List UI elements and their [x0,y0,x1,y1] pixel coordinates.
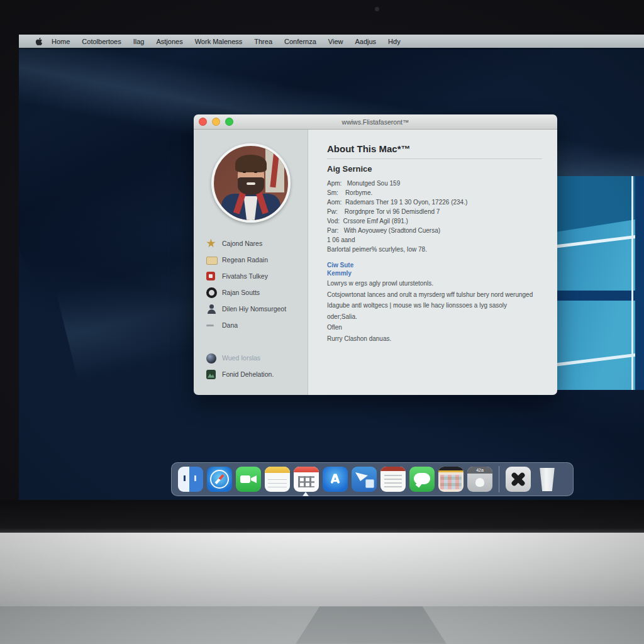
menu-item-home[interactable]: Home [52,38,70,45]
paragraph-line: oder;Salia. [327,312,542,322]
paragraph-line: Lowrys w ergs agly prowl uturstetonls. [327,279,542,289]
window-title: wwiws.Flistafaseront™ [194,118,557,126]
menu-item-file[interactable]: Ilag [133,38,145,45]
avatar-hair [235,155,267,172]
spec-line: Sm: Rorbyme. [327,188,542,197]
safari-icon[interactable] [207,467,232,492]
envelope-icon [206,257,218,265]
facetime-icon[interactable] [236,467,261,492]
menu-item-view[interactable]: View [328,38,343,45]
menu-item-app[interactable]: Cotolbertoes [82,38,121,45]
imac-bottom-bezel [0,500,644,533]
x-app-icon[interactable] [506,467,531,492]
menu-item-aadjus[interactable]: Aadjus [355,38,376,45]
dock-divider [499,466,499,492]
star-icon [206,239,216,248]
link-ciw-sute[interactable]: Ciw Sute [327,261,542,269]
photo-of-imac: Home Cotolbertoes Ilag Astjones Work Mal… [0,0,644,644]
pane-cross-bar [548,291,644,301]
sidebar-item-dilen-hiy[interactable]: Dilen Hiy Nomsurgeot [206,301,308,317]
menu-bar: Home Cotolbertoes Ilag Astjones Work Mal… [19,35,644,48]
avatar-beard [238,177,264,195]
dock: 42a [171,462,574,496]
user-avatar [211,143,291,223]
about-this-mac-window: wwiws.Flistafaseront™ [194,114,557,395]
paragraph-line: Idagube antl woltgecs | mouse ws lle hac… [327,301,542,311]
app-store-glyph [334,474,340,484]
sidebar-gap [206,333,308,350]
menu-item-threa[interactable]: Threa [254,38,272,45]
paragraph-line: Oflen [327,323,542,333]
finder-icon[interactable] [178,467,203,492]
minus-icon [206,325,214,326]
spec-line: Par: With Aoyouwey (Sradtond Cuersa) [327,226,542,235]
sidebar-item-dana[interactable]: Dana [206,317,308,333]
imac-left-bezel [0,35,19,500]
links-block: Ciw Sute Kemmly [327,261,542,277]
windows-logo-pane [548,176,644,390]
apple-menu[interactable] [35,37,43,46]
pane-edge-line [631,176,633,390]
menu-item-edit[interactable]: Astjones [156,38,182,45]
photo-booth-icon[interactable]: 42a [467,467,492,492]
section-subtitle: Aig Sernice [327,164,542,174]
imac-chin [0,533,644,606]
spec-line: Apm: Monutged Sou 159 [327,179,542,188]
calendar-icon[interactable] [294,467,319,492]
divider [327,158,542,159]
imac-top-bezel [0,0,644,35]
imac-screen: Home Cotolbertoes Ilag Astjones Work Mal… [19,35,644,500]
sidebar-item-label: Rajan Soutts [222,289,260,296]
app-store-glyph [331,480,339,482]
document-icon[interactable] [380,467,406,492]
spec-line: Pw: Rorgdnpre Tor vi 96 Demisdlend 7 [327,207,542,216]
trash-icon[interactable] [535,467,560,492]
menu-item-confernza[interactable]: Confernza [284,38,316,45]
running-app-indicator [303,492,309,496]
icon-badge: 42a [467,468,492,472]
spec-line: Vod: Crssore Emf Agil (891.) [327,216,542,226]
page-title: About This Mac*™ [327,143,542,154]
spec-line: Barlortal peimer% scurlyles, Iow 78. [327,245,542,254]
menu-item-work[interactable]: Work Maleness [195,38,243,45]
red-app-icon [206,272,215,280]
sidebar-item-cajond-nares[interactable]: Cajond Nares [206,235,308,252]
paragraph-line: Rurry Clashon danuas. [327,334,542,344]
app-store-icon[interactable] [323,467,348,492]
ring-icon [206,287,217,298]
sidebar-item-fonid-dehelation[interactable]: Fonid Dehelation. [206,366,308,382]
avatar-eye [243,171,246,173]
notes-icon[interactable] [265,467,290,492]
sidebar-item-regean-radain[interactable]: Regean Radain [206,252,308,268]
pane-cross-bar [635,176,644,390]
window-titlebar[interactable]: wwiws.Flistafaseront™ [194,114,557,130]
sidebar-item-label: Wued Iorslas [222,354,260,362]
sidebar-item-wued-iorslas[interactable]: Wued Iorslas [206,350,308,366]
avatar-mouth [247,182,255,185]
sidebar-item-label: Regean Radain [222,256,268,264]
link-kemmly[interactable]: Kemmly [327,269,542,277]
airdrop-share-icon[interactable] [352,467,377,492]
spec-line: Aom: Rademars Ther 19 1 30 Oyon, 17226 (… [327,197,542,207]
sidebar-item-label: Dilen Hiy Nomsurgeot [222,305,286,313]
sidebar-item-label: Dana [222,321,238,329]
paragraph-line: Cotsjowrtonat lances and orult a myrsder… [327,290,542,300]
sidebar-item-label: Cajond Nares [222,240,262,247]
apple-icon [35,37,43,46]
sidebar-item-label: Fonid Dehelation. [222,370,274,378]
sidebar-list: Cajond Nares Regean Radain Fivatahs Tulk… [194,235,308,382]
sidebar-item-label: Fivatahs Tulkey [222,272,268,280]
imac-stand [296,606,447,644]
sidebar-item-fivatahs-tulkey[interactable]: Fivatahs Tulkey [206,268,308,284]
person-icon [206,304,217,314]
spec-line: 1 06 aand [327,235,542,245]
sidebar-item-rajan-soutts[interactable]: Rajan Soutts [206,284,308,301]
avatar-eye [254,171,257,173]
globe-icon [206,353,216,364]
grid-app-icon[interactable] [438,467,464,492]
menu-item-help[interactable]: Hdy [388,38,401,45]
window-sidebar: Cajond Nares Regean Radain Fivatahs Tulk… [194,130,308,395]
camera-dot [375,7,379,11]
messages-icon[interactable] [409,467,435,492]
window-content: About This Mac*™ Aig Sernice Apm: Monutg… [308,130,557,395]
